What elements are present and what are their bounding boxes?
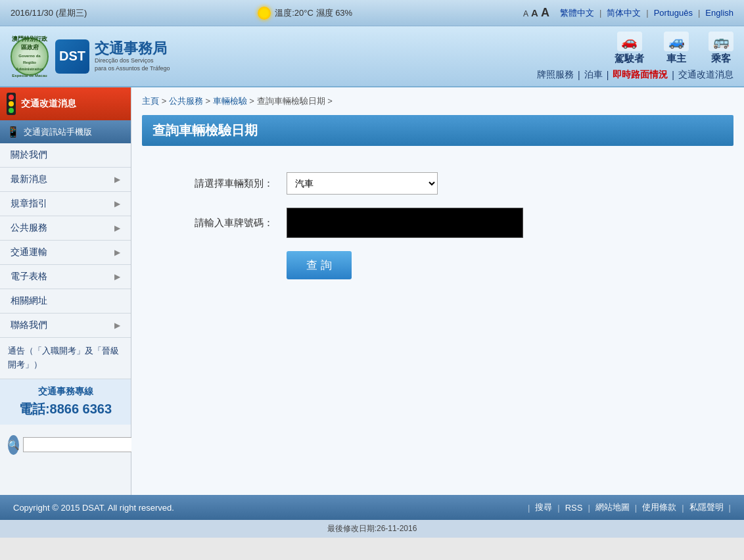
copyright-text: Copyright © 2015 DSAT. All right reserve… bbox=[13, 503, 174, 513]
sidebar-notice[interactable]: 通告（「入職開考」及「晉級開考」） bbox=[0, 338, 131, 379]
footer: Copyright © 2015 DSAT. All right reserve… bbox=[0, 495, 744, 520]
nav-diversion[interactable]: 交通改道消息 bbox=[678, 69, 733, 81]
dsat-logo-icon: DST bbox=[55, 39, 89, 74]
nav-bottom-links: 牌照服務 | 泊車 | 即時路面情況 | 交通改道消息 bbox=[537, 69, 733, 81]
traffic-news-label: 交通改道消息 bbox=[21, 98, 76, 110]
driver-icon: 🚗 bbox=[617, 32, 642, 51]
vehicle-type-row: 請選擇車輛類別： 汽車電單車輕型電單車 bbox=[168, 172, 707, 195]
sidebar-traffic-news[interactable]: 交通改道消息 bbox=[0, 87, 131, 120]
sidebar-menu-item[interactable]: 相關網址 bbox=[0, 289, 131, 314]
query-row: 查 詢 bbox=[168, 251, 707, 279]
passenger-label: 乘客 bbox=[711, 53, 731, 65]
plate-label: 請輸入車牌號碼： bbox=[168, 217, 273, 229]
sidebar-menu-item[interactable]: 交通運輸▶ bbox=[0, 241, 131, 265]
mobile-icon: 📱 bbox=[7, 126, 20, 138]
breadcrumb-public[interactable]: 公共服務 bbox=[169, 96, 203, 106]
dsat-logo-texts: 交通事務局 Direcção dos Serviços para os Assu… bbox=[95, 40, 170, 73]
last-modified: 最後修改日期:26-11-2016 bbox=[327, 524, 417, 533]
nav-driver[interactable]: 🚗 駕駛者 bbox=[615, 32, 644, 65]
menu-arrow-icon: ▶ bbox=[114, 199, 120, 208]
sidebar-menu-item[interactable]: 聯絡我們▶ bbox=[0, 314, 131, 338]
lang-pt-link[interactable]: Português bbox=[654, 8, 693, 18]
traffic-light-red bbox=[9, 95, 14, 100]
nav-passenger[interactable]: 🚌 乘客 bbox=[709, 32, 733, 65]
sidebar-menu: 關於我們最新消息▶規章指引▶公共服務▶交通運輸▶電子表格▶相關網址聯絡我們▶ bbox=[0, 143, 131, 338]
weather-text: 溫度:20°C 濕度 63% bbox=[275, 7, 352, 19]
breadcrumb-current: 查詢車輛檢驗日期 bbox=[257, 96, 325, 106]
sidebar-menu-item[interactable]: 關於我們 bbox=[0, 143, 131, 168]
passenger-icon: 🚌 bbox=[709, 32, 733, 51]
font-large-button[interactable]: A bbox=[541, 6, 549, 20]
form-area: 請選擇車輛類別： 汽車電單車輕型電單車 請輸入車牌號碼： 查 詢 bbox=[142, 159, 733, 306]
search-input[interactable] bbox=[23, 437, 141, 452]
traffic-light-green bbox=[9, 108, 14, 113]
sidebar-mobile[interactable]: 📱 交通資訊站手機版 bbox=[0, 120, 131, 143]
plate-input[interactable] bbox=[287, 208, 523, 238]
lang-trad-link[interactable]: 繁體中文 bbox=[560, 7, 594, 19]
sidebar: 交通改道消息 📱 交通資訊站手機版 關於我們最新消息▶規章指引▶公共服務▶交通運… bbox=[0, 87, 131, 495]
query-button[interactable]: 查 詢 bbox=[287, 251, 352, 279]
nav-parking[interactable]: 泊車 bbox=[584, 69, 603, 81]
sidebar-menu-item[interactable]: 最新消息▶ bbox=[0, 168, 131, 192]
menu-arrow-icon: ▶ bbox=[114, 223, 120, 233]
sidebar-menu-item[interactable]: 電子表格▶ bbox=[0, 265, 131, 289]
font-size-controls: A A A bbox=[523, 6, 549, 20]
footer-terms-link[interactable]: 使用條款 bbox=[642, 502, 676, 513]
top-bar-right: A A A 繁體中文 | 简体中文 | Português | English bbox=[523, 6, 733, 20]
sidebar-menu-item[interactable]: 公共服務▶ bbox=[0, 216, 131, 241]
sidebar-search: 🔍 搜尋 bbox=[0, 425, 131, 465]
site-header: 澳門特別行政區政府Governo da Região Administrativ… bbox=[0, 26, 744, 87]
nav-owner[interactable]: 🚙 車主 bbox=[664, 32, 689, 65]
dsat-logo: DST 交通事務局 Direcção dos Serviços para os … bbox=[55, 39, 170, 74]
owner-label: 車主 bbox=[666, 53, 686, 65]
dsat-name: 交通事務局 bbox=[95, 40, 170, 57]
nav-top-links: 🚗 駕駛者 🚙 車主 🚌 乘客 bbox=[615, 32, 733, 65]
breadcrumb: 主頁 > 公共服務 > 車輛檢驗 > 查詢車輛檢驗日期 > bbox=[142, 95, 733, 107]
main-content: 主頁 > 公共服務 > 車輛檢驗 > 查詢車輛檢驗日期 > 查詢車輛檢驗日期 請… bbox=[131, 87, 744, 495]
plate-row: 請輸入車牌號碼： bbox=[168, 208, 707, 238]
font-small-button[interactable]: A bbox=[523, 9, 528, 18]
lang-simp-link[interactable]: 简体中文 bbox=[607, 7, 641, 19]
vehicle-type-label: 請選擇車輛類別： bbox=[168, 177, 273, 190]
mobile-label: 交通資訊站手機版 bbox=[24, 126, 92, 138]
vehicle-type-select[interactable]: 汽車電單車輕型電單車 bbox=[287, 172, 438, 195]
dsat-subtext: Direcção dos Serviços para os Assuntos d… bbox=[95, 57, 170, 72]
hotline-number: 電話:8866 6363 bbox=[8, 400, 123, 418]
top-bar: 2016/11/30 (星期三) 溫度:20°C 濕度 63% A A A 繁體… bbox=[0, 0, 744, 26]
footer-sitemap-link[interactable]: 網站地圖 bbox=[595, 502, 630, 513]
date-display: 2016/11/30 (星期三) bbox=[11, 7, 87, 19]
footer-rss-link[interactable]: RSS bbox=[565, 503, 583, 513]
content-wrapper: 交通改道消息 📱 交通資訊站手機版 關於我們最新消息▶規章指引▶公共服務▶交通運… bbox=[0, 87, 744, 495]
government-logo: 澳門特別行政區政府Governo da Região Administrativ… bbox=[11, 37, 49, 76]
footer-bottom: 最後修改日期:26-11-2016 bbox=[0, 520, 744, 538]
nav-realtime[interactable]: 即時路面情況 bbox=[613, 69, 668, 81]
traffic-light-yellow bbox=[9, 101, 14, 106]
menu-arrow-icon: ▶ bbox=[114, 321, 120, 330]
owner-icon: 🚙 bbox=[664, 32, 689, 51]
search-icon[interactable]: 🔍 bbox=[8, 435, 19, 455]
menu-arrow-icon: ▶ bbox=[114, 175, 120, 184]
sidebar-menu-item[interactable]: 規章指引▶ bbox=[0, 192, 131, 216]
breadcrumb-home[interactable]: 主頁 bbox=[142, 96, 159, 106]
hotline-title: 交通事務專線 bbox=[8, 386, 123, 398]
weather-display: 溫度:20°C 濕度 63% bbox=[258, 7, 352, 20]
weather-icon bbox=[258, 7, 271, 20]
footer-privacy-link[interactable]: 私隱聲明 bbox=[689, 502, 724, 513]
driver-label: 駕駛者 bbox=[615, 53, 644, 65]
menu-arrow-icon: ▶ bbox=[114, 272, 120, 281]
main-nav: 🚗 駕駛者 🚙 車主 🚌 乘客 牌照服務 | 泊車 | 即時路面情況 | 交通改… bbox=[183, 32, 733, 81]
font-med-button[interactable]: A bbox=[531, 7, 538, 18]
sidebar-hotline: 交通事務專線 電話:8866 6363 bbox=[0, 379, 131, 425]
page-title: 查詢車輛檢驗日期 bbox=[142, 115, 733, 146]
traffic-light-icon bbox=[7, 93, 16, 115]
nav-license[interactable]: 牌照服務 bbox=[537, 69, 574, 81]
menu-arrow-icon: ▶ bbox=[114, 248, 120, 257]
lang-en-link[interactable]: English bbox=[705, 8, 733, 18]
breadcrumb-inspection[interactable]: 車輛檢驗 bbox=[213, 96, 247, 106]
footer-links: | 搜尋 | RSS | 網站地圖 | 使用條款 | 私隱聲明 | bbox=[528, 502, 731, 513]
logo-area: 澳門特別行政區政府Governo da Região Administrativ… bbox=[11, 37, 170, 76]
footer-search-link[interactable]: 搜尋 bbox=[535, 502, 552, 513]
